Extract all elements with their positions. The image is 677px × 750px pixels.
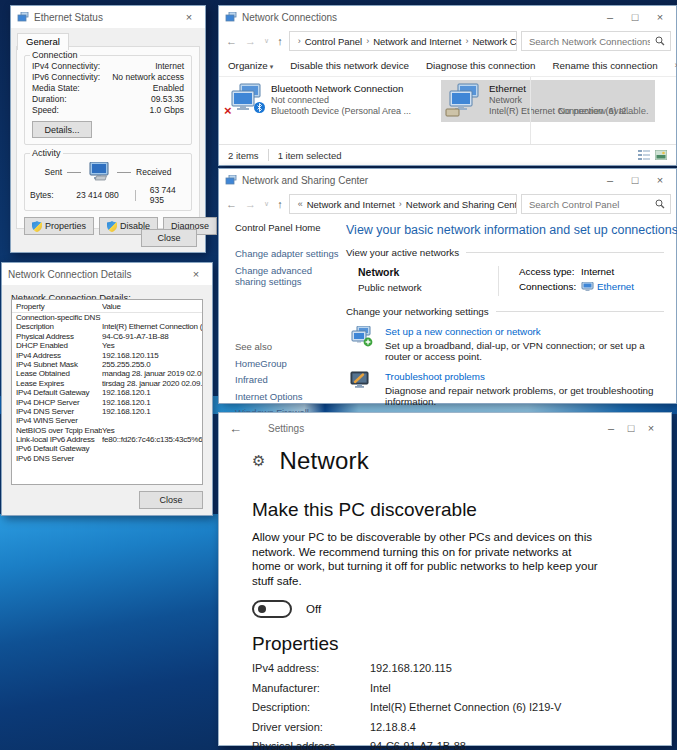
breadcrumb-network-connections[interactable]: Network Connections <box>472 36 517 47</box>
page-header: ⚙ Network <box>252 447 671 475</box>
sidebar-spacer <box>235 293 342 341</box>
breadcrumb-sharing-center[interactable]: Network and Sharing Center <box>406 199 517 210</box>
table-row: IPv4 Address192.168.120.115 <box>12 351 202 360</box>
maximize-icon[interactable]: □ <box>625 170 645 190</box>
minimize-icon[interactable]: – <box>600 170 620 190</box>
diagnose-connection-command[interactable]: Diagnose this connection <box>426 60 535 71</box>
breadcrumb-sep-icon: › <box>366 36 369 46</box>
troubleshoot-item[interactable]: Troubleshoot problems Diagnose and repai… <box>349 371 664 407</box>
back-icon[interactable]: ← <box>224 35 239 47</box>
bluetooth-connection-tile[interactable]: × Bluetooth Network Connection Not conne… <box>223 80 437 122</box>
search-icon[interactable] <box>655 199 665 209</box>
search-input[interactable] <box>527 35 652 48</box>
titlebar[interactable]: Network and Sharing Center – □ × <box>219 169 676 191</box>
up-icon[interactable]: ↑ <box>275 35 285 47</box>
disable-device-command[interactable]: Disable this network device <box>290 60 409 71</box>
ethernet-link[interactable]: Ethernet <box>597 281 634 292</box>
history-dropdown-icon[interactable]: ∨ <box>262 37 271 45</box>
close-button[interactable]: Close <box>141 229 197 247</box>
collapsed-crumbs-icon[interactable]: « <box>298 199 303 209</box>
sidebar-item-infrared[interactable]: Infrared <box>235 374 342 386</box>
connector-line <box>117 172 131 173</box>
maximize-icon[interactable]: □ <box>621 418 641 438</box>
troubleshoot-link[interactable]: Troubleshoot problems <box>385 371 664 382</box>
minimize-icon[interactable]: – <box>600 7 620 27</box>
details-button[interactable]: Details... <box>32 121 92 138</box>
connection-device: Bluetooth Device (Personal Area ... <box>271 106 411 117</box>
table-row: Physical Address94-C6-91-A7-1B-88 <box>12 332 202 341</box>
minimize-icon[interactable]: – <box>601 418 621 438</box>
setup-connection-item[interactable]: Set up a new connection or network Set u… <box>349 326 664 362</box>
organize-menu[interactable]: Organize▾ <box>228 60 273 71</box>
titlebar[interactable]: Network Connections – □ × <box>219 6 676 28</box>
back-icon[interactable]: ← <box>224 198 239 210</box>
properties-button[interactable]: Properties <box>24 217 94 235</box>
discoverable-toggle[interactable] <box>252 600 292 618</box>
discoverable-toggle-row: Off <box>252 600 671 618</box>
thumbnail-layout-icon[interactable] <box>655 150 667 160</box>
maximize-icon[interactable]: □ <box>625 7 645 27</box>
forward-icon[interactable]: → <box>243 198 258 210</box>
titlebar[interactable]: Network Connection Details × <box>2 263 212 285</box>
connection-group-label: Connection <box>30 50 80 60</box>
row-value: No network access <box>112 72 184 83</box>
sidebar-item-change-adapter-settings[interactable]: Change adapter settings <box>235 248 342 260</box>
sidebar: Control Panel Home Change adapter settin… <box>219 217 346 403</box>
close-icon[interactable]: × <box>179 7 199 27</box>
rename-connection-command[interactable]: Rename this connection <box>552 60 657 71</box>
setup-connection-link[interactable]: Set up a new connection or network <box>385 326 664 337</box>
change-settings-label: Change your networking settings <box>346 306 489 317</box>
table-row: Link-local IPv6 Addressfe80::fd26:7c46:c… <box>12 435 202 444</box>
table-row: IPv4 DNS Server192.168.120.1 <box>12 407 202 416</box>
table-row: DHCP EnabledYes <box>12 341 202 350</box>
up-icon[interactable]: ↑ <box>275 198 285 210</box>
history-dropdown-icon[interactable]: ∨ <box>262 200 271 208</box>
connections-label: Connections: <box>519 281 581 292</box>
table-row: Lease Expirestirsdag 28. januar 2020 02.… <box>12 379 202 388</box>
tab-general[interactable]: General <box>17 33 69 50</box>
desktop: Ethernet Status × General Connection IPv… <box>0 0 677 750</box>
breadcrumb-control-panel[interactable]: Control Panel <box>305 36 363 47</box>
address-bar: ← → ∨ ↑ › Control Panel › Network and In… <box>219 28 676 54</box>
details-layout-icon[interactable] <box>638 150 650 160</box>
sidebar-item-internet-options[interactable]: Internet Options <box>235 391 342 403</box>
breadcrumb-sep-icon: › <box>399 199 402 209</box>
close-button[interactable]: Close <box>139 491 203 509</box>
breadcrumb-network-internet[interactable]: Network and Internet <box>307 199 395 210</box>
row-label: IPv6 Connectivity: <box>32 72 100 83</box>
search-box <box>521 31 671 51</box>
status-row: IPv6 Connectivity:No network access <box>30 72 186 83</box>
sidebar-item-homegroup[interactable]: HomeGroup <box>235 358 342 370</box>
breadcrumb[interactable]: › Control Panel › Network and Internet ›… <box>289 31 517 51</box>
close-icon[interactable]: × <box>641 418 661 438</box>
sidebar-item-control-panel-home[interactable]: Control Panel Home <box>235 222 342 233</box>
network-name: Network <box>358 266 498 278</box>
details-table[interactable]: Property Value Connection-specific DNS .… <box>11 299 203 485</box>
close-icon[interactable]: × <box>650 7 670 27</box>
titlebar[interactable]: Ethernet Status × <box>11 6 205 28</box>
window-title: Ethernet Status <box>34 12 174 23</box>
row-label: Speed: <box>32 105 59 116</box>
ethernet-icon <box>581 282 594 292</box>
sidebar-item-change-advanced-sharing[interactable]: Change advanced sharing settings <box>235 265 335 288</box>
network-icon <box>225 175 237 185</box>
search-input[interactable] <box>527 198 652 211</box>
titlebar[interactable]: ← Settings – □ × <box>219 413 671 443</box>
forward-icon[interactable]: → <box>243 35 258 47</box>
activity-group-label: Activity <box>30 148 63 158</box>
network-icon <box>225 12 237 22</box>
close-icon[interactable]: × <box>650 170 670 190</box>
tab-page: Connection IPv4 Connectivity:Internet IP… <box>16 46 200 229</box>
close-icon[interactable]: × <box>186 264 206 284</box>
properties-label: Properties <box>45 221 86 231</box>
breadcrumb-network-internet[interactable]: Network and Internet <box>373 36 461 47</box>
toggle-knob <box>258 605 266 613</box>
property-row: Physical address (MAC):94-C6-91-A7-1B-88 <box>252 740 671 750</box>
breadcrumb[interactable]: « Network and Internet › Network and Sha… <box>289 194 517 214</box>
bytes-label: Bytes: <box>30 190 66 200</box>
search-icon[interactable] <box>655 36 665 46</box>
active-networks-label: View your active networks <box>346 247 459 258</box>
back-icon[interactable]: ← <box>229 421 242 436</box>
divider <box>135 190 136 201</box>
table-row: IPv4 DHCP Server192.168.120.1 <box>12 398 202 407</box>
